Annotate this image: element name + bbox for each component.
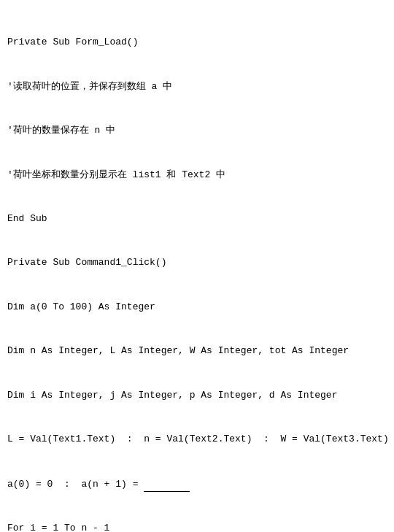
line-4: '荷叶坐标和数量分别显示在 list1 和 Text2 中 bbox=[7, 168, 387, 182]
line-3: '荷叶的数量保存在 n 中 bbox=[7, 123, 387, 138]
line-8: Dim n As Integer, L As Integer, W As Int… bbox=[7, 344, 387, 358]
line-12: For i = 1 To n - 1 bbox=[7, 521, 387, 532]
line-2: '读取荷叶的位置，并保存到数组 a 中 bbox=[7, 80, 387, 94]
line-6: Private Sub Command1_Click() bbox=[7, 255, 387, 270]
line-5: End Sub bbox=[7, 212, 387, 226]
line-9: Dim i As Integer, j As Integer, p As Int… bbox=[7, 388, 387, 403]
line-11: a(0) = 0 : a(n + 1) = bbox=[7, 477, 387, 492]
code-block: Private Sub Form_Load() '读取荷叶的位置，并保存到数组 … bbox=[7, 6, 387, 532]
line-7: Dim a(0 To 100) As Integer bbox=[7, 300, 387, 315]
blank-11 bbox=[144, 477, 189, 492]
line-10: L = Val(Text1.Text) : n = Val(Text2.Text… bbox=[7, 432, 387, 447]
line-1: Private Sub Form_Load() bbox=[7, 35, 387, 50]
